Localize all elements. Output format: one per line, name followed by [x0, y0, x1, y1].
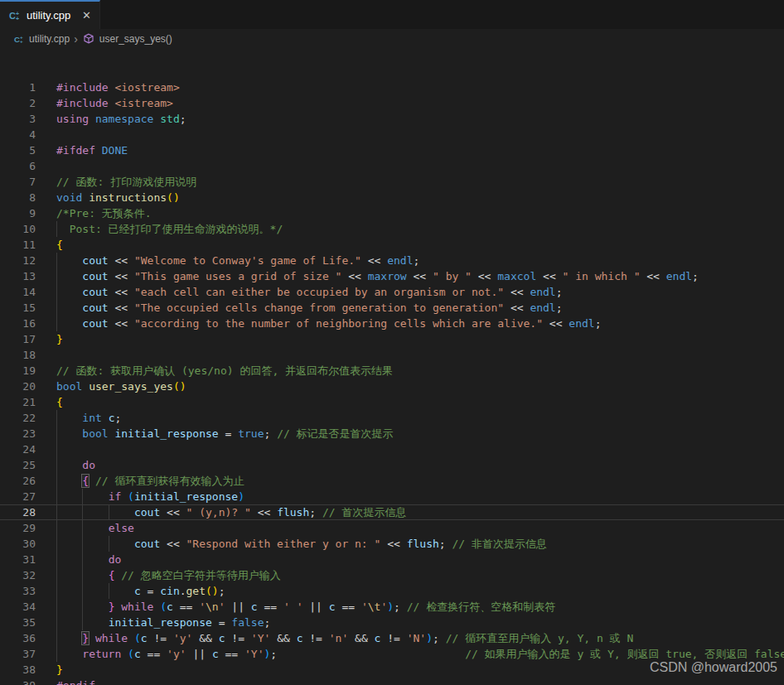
line-number: 38	[0, 662, 36, 678]
line-number: 10	[0, 221, 36, 237]
tab-title: utility.cpp	[27, 9, 70, 22]
code-editor[interactable]: 1#include <iostream>2#include <istream>3…	[0, 48, 784, 685]
code-line-content: { // 忽略空白字符并等待用户输入	[36, 567, 784, 583]
indent-guide	[56, 473, 57, 489]
code-line[interactable]: 25 do	[0, 457, 784, 473]
indent-guide	[56, 253, 57, 268]
code-line[interactable]: 28 cout << " (y,n)? " << flush; // 首次提示信…	[0, 504, 784, 520]
code-line[interactable]: 13 cout << "This game uses a grid of siz…	[0, 268, 784, 284]
code-line[interactable]: 32 { // 忽略空白字符并等待用户输入	[0, 567, 784, 583]
code-line[interactable]: 39#endif	[0, 678, 784, 685]
code-line[interactable]: 8void instructions()	[0, 190, 784, 205]
svg-text:+: +	[20, 38, 23, 44]
code-line[interactable]: 24	[0, 441, 784, 457]
code-line-content: {	[36, 394, 784, 410]
code-line[interactable]: 14 cout << "each cell can either be occu…	[0, 284, 784, 300]
code-line[interactable]: 7// 函数: 打印游戏使用说明	[0, 174, 784, 190]
code-line-content: cout << "each cell can either be occupie…	[36, 284, 784, 300]
indent-guide	[56, 316, 57, 331]
code-line[interactable]: 16 cout << "according to the number of n…	[0, 316, 784, 331]
code-line[interactable]: 22 int c;	[0, 410, 784, 426]
code-line-content: #include <iostream>	[36, 80, 784, 95]
breadcrumb-file[interactable]: utility.cpp	[29, 33, 70, 45]
breadcrumb: C + + utility.cpp › user_says_yes()	[0, 29, 784, 48]
indent-guide	[82, 583, 83, 599]
code-line-content	[36, 347, 784, 363]
indent-guide	[82, 552, 83, 567]
code-line-content: #endif	[36, 678, 784, 685]
svg-text:+: +	[16, 16, 19, 22]
line-number: 36	[0, 630, 36, 646]
watermark: CSDN @howard2005	[650, 660, 777, 675]
indent-guide	[56, 489, 57, 504]
code-line[interactable]: 30 cout << "Respond with either y or n: …	[0, 536, 784, 552]
line-number: 26	[0, 473, 36, 489]
code-line[interactable]: 36 } while (c != 'y' && c != 'Y' && c !=…	[0, 630, 784, 646]
code-line-content: cout << "This game uses a grid of size "…	[36, 268, 784, 284]
code-line[interactable]: 11{	[0, 237, 784, 253]
line-number: 21	[0, 394, 36, 410]
indent-guide	[109, 536, 109, 552]
code-line[interactable]: 12 cout << "Welcome to Conway's game of …	[0, 253, 784, 268]
code-line[interactable]: 20bool user_says_yes()	[0, 379, 784, 394]
code-line[interactable]: 31 do	[0, 552, 784, 567]
code-line-content: /*Pre: 无预条件.	[36, 205, 784, 221]
code-line[interactable]: 10 Post: 已经打印了使用生命游戏的说明。*/	[0, 221, 784, 237]
line-number: 4	[0, 127, 36, 142]
line-number: 37	[0, 646, 36, 662]
line-number: 30	[0, 536, 36, 552]
indent-guide	[56, 646, 57, 662]
code-line-content: cout << "Respond with either y or n: " <…	[36, 536, 784, 552]
code-line[interactable]: 19// 函数: 获取用户确认 (yes/no) 的回答, 并返回布尔值表示结果	[0, 363, 784, 379]
line-number: 19	[0, 363, 36, 379]
indent-guide	[82, 520, 83, 536]
indent-guide	[82, 615, 83, 630]
indent-guide	[109, 583, 109, 599]
line-number: 23	[0, 426, 36, 441]
line-number: 29	[0, 520, 36, 536]
line-number: 11	[0, 237, 36, 253]
code-line[interactable]: 9/*Pre: 无预条件.	[0, 205, 784, 221]
code-line[interactable]: 2#include <istream>	[0, 95, 784, 111]
indent-guide	[56, 504, 57, 520]
code-line-content: cout << "according to the number of neig…	[36, 316, 784, 331]
indent-guide	[56, 441, 57, 457]
svg-text:C: C	[9, 11, 16, 21]
code-line[interactable]: 18	[0, 347, 784, 363]
line-number: 13	[0, 268, 36, 284]
tab-utility-cpp[interactable]: C + + utility.cpp ✕	[0, 0, 100, 29]
code-line-content: bool initial_response = true; // 标记是否是首次…	[36, 426, 784, 441]
code-line[interactable]: 29 else	[0, 520, 784, 536]
code-line[interactable]: 3using namespace std;	[0, 111, 784, 127]
line-number: 6	[0, 158, 36, 174]
close-icon[interactable]: ✕	[80, 8, 93, 22]
code-line-content: else	[36, 520, 784, 536]
indent-guide	[56, 300, 57, 316]
symbol-method-icon	[82, 32, 95, 46]
indent-guide	[56, 410, 57, 426]
line-number: 27	[0, 489, 36, 504]
code-line[interactable]: 21{	[0, 394, 784, 410]
line-number: 34	[0, 599, 36, 615]
line-number: 9	[0, 205, 36, 221]
code-line[interactable]: 26 { // 循环直到获得有效输入为止	[0, 473, 784, 489]
code-line[interactable]: 35 initial_response = false;	[0, 615, 784, 630]
line-number: 22	[0, 410, 36, 426]
breadcrumb-symbol[interactable]: user_says_yes()	[99, 33, 172, 45]
code-line[interactable]: 1#include <iostream>	[0, 80, 784, 95]
indent-guide	[82, 567, 83, 583]
indent-guide	[56, 615, 57, 630]
line-number: 17	[0, 331, 36, 347]
code-line[interactable]: 33 c = cin.get();	[0, 583, 784, 599]
code-line[interactable]: 27 if (initial_response)	[0, 489, 784, 504]
code-line[interactable]: 34 } while (c == '\n' || c == ' ' || c =…	[0, 599, 784, 615]
code-line[interactable]: 5#ifdef DONE	[0, 142, 784, 158]
code-line-content	[36, 127, 784, 142]
code-line[interactable]: 6	[0, 158, 784, 174]
code-line[interactable]: 23 bool initial_response = true; // 标记是否…	[0, 426, 784, 441]
line-number: 24	[0, 441, 36, 457]
code-line-content: } while (c != 'y' && c != 'Y' && c != 'n…	[36, 630, 784, 646]
code-line[interactable]: 15 cout << "The occupied cells change fr…	[0, 300, 784, 316]
code-line[interactable]: 17}	[0, 331, 784, 347]
code-line[interactable]: 4	[0, 127, 784, 142]
